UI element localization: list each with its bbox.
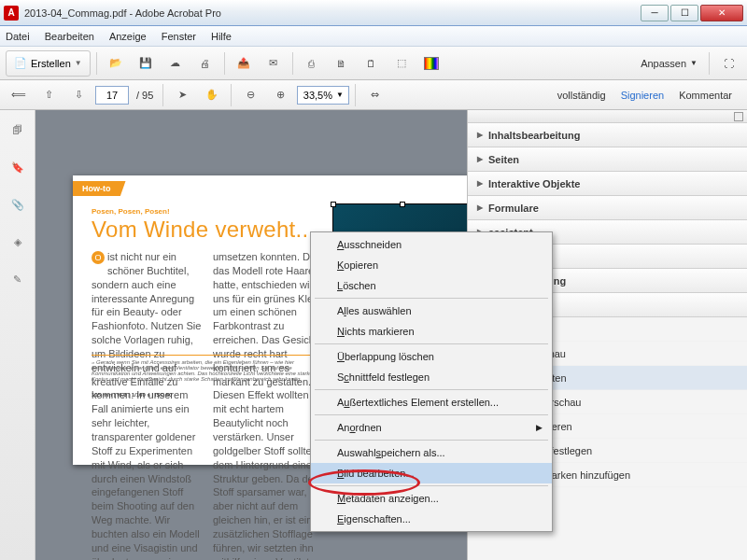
signatures-tab[interactable]: ✎ <box>7 269 28 289</box>
menu-window[interactable]: Fenster <box>162 31 196 42</box>
page-total-label: / 95 <box>133 90 157 101</box>
resize-handle[interactable] <box>331 202 336 207</box>
context-menu-item[interactable]: Auswahl speichern als... <box>311 442 552 463</box>
page-headline: Vom Winde verweht... <box>92 217 315 243</box>
menu-file[interactable]: Datei <box>6 31 30 42</box>
minimize-button[interactable]: ─ <box>641 5 669 21</box>
triangle-right-icon: ▶ <box>477 179 483 188</box>
accordion-interaktive-objekte[interactable]: ▶Interaktive Objekte <box>468 172 747 196</box>
color-button[interactable] <box>418 50 444 77</box>
rainbow-icon <box>424 57 439 70</box>
page-number-input[interactable] <box>95 86 129 105</box>
arrow-down-icon: ⇩ <box>75 89 83 101</box>
page-quote: » Gerade wenn Sie mit Accessoires arbeit… <box>92 355 325 382</box>
window-titlebar: A 2013-04_Commag.pdf - Adobe Acrobat Pro… <box>0 0 747 26</box>
menu-help[interactable]: Hilfe <box>211 31 232 42</box>
context-menu-item[interactable]: Bild bearbeiten... <box>311 463 552 483</box>
page-meta: 105 mm | f6,3 | 1/160 s | ISO 50 <box>92 392 172 398</box>
email-button[interactable]: ✉ <box>261 50 287 77</box>
panel-menu-button[interactable] <box>734 112 743 121</box>
nav-toolbar: ⟸ ⇧ ⇩ / 95 ➤ ✋ ⊖ ⊕ 33,5%▼ ⇔ vollständig … <box>0 80 747 110</box>
customize-button[interactable]: Anpassen ▼ <box>635 58 703 69</box>
thumbnails-tab[interactable]: 🗐 <box>7 119 28 140</box>
close-button[interactable]: ✕ <box>700 5 743 21</box>
page-icon: 🗐 <box>12 124 22 135</box>
menu-bar: Datei Bearbeiten Anzeige Fenster Hilfe <box>0 26 747 47</box>
context-menu: AusschneidenKopierenLöschenAlles auswähl… <box>310 231 553 532</box>
pointer-icon: ➤ <box>178 89 187 101</box>
accordion-seiten[interactable]: ▶Seiten <box>468 147 747 172</box>
hand-tool-button[interactable]: ✋ <box>199 82 225 108</box>
bookmarks-tab[interactable]: 🔖 <box>7 157 28 177</box>
prev-page-button[interactable]: ⇧ <box>35 82 62 108</box>
link-vollstaendig[interactable]: vollständig <box>557 90 606 101</box>
main-toolbar: 📄 Erstellen ▼ 📂 💾 ☁ 🖨 📤 ✉ ⎙ 🗎 🗒 ⬚ Anpass… <box>0 47 747 80</box>
link-kommentar[interactable]: Kommentar <box>679 90 732 101</box>
mail-icon: ✉ <box>269 57 277 69</box>
pdf-button[interactable]: 🗎 <box>329 50 355 77</box>
accordion-formulare[interactable]: ▶Formulare <box>468 196 747 220</box>
context-menu-item[interactable]: Überlappung löschen <box>311 346 552 367</box>
share-icon: 📤 <box>237 57 250 69</box>
bookmark-icon: 🔖 <box>11 161 24 174</box>
pdf-icon: 🗎 <box>336 58 346 69</box>
select-tool-button[interactable]: ➤ <box>169 82 195 108</box>
edit-object-button[interactable]: ⬚ <box>388 50 415 77</box>
context-menu-item[interactable]: Anordnen▶ <box>311 417 552 438</box>
save-button[interactable]: 💾 <box>133 50 159 77</box>
paperclip-icon: 📎 <box>11 199 24 211</box>
zoom-in-button[interactable]: ⊕ <box>267 82 293 108</box>
context-menu-item[interactable]: Alles auswählen <box>311 301 552 321</box>
first-page-button[interactable]: ⟸ <box>6 82 32 108</box>
save-icon: 💾 <box>139 57 152 69</box>
context-menu-item[interactable]: Kopieren <box>311 255 552 275</box>
layers-tab[interactable]: ◈ <box>7 231 28 252</box>
customize-label: Anpassen <box>641 58 686 69</box>
page-badge: How-to <box>73 181 126 196</box>
accordion-inhaltsbearbeitung[interactable]: ▶Inhaltsbearbeitung <box>468 123 747 147</box>
zoom-in-icon: ⊕ <box>276 89 285 101</box>
create-button[interactable]: 📄 Erstellen ▼ <box>6 50 91 77</box>
context-menu-item[interactable]: Ausschneiden <box>311 234 552 255</box>
print-button[interactable]: 🖨 <box>192 50 218 77</box>
context-menu-item[interactable]: Eigenschaften... <box>311 509 552 529</box>
hand-icon: ✋ <box>205 89 218 101</box>
cursor-icon: ⬚ <box>397 57 406 69</box>
submenu-arrow-icon: ▶ <box>536 423 543 432</box>
page-body-text: Oist nicht nur ein schöner Buchtitel, so… <box>92 250 325 560</box>
chevron-down-icon: ▼ <box>690 59 698 67</box>
create-label: Erstellen <box>31 58 71 69</box>
maximize-button[interactable]: ☐ <box>670 5 698 21</box>
context-menu-item[interactable]: Außertextliches Element erstellen... <box>311 392 552 413</box>
context-menu-item[interactable]: Nichts markieren <box>311 321 552 342</box>
fit-width-button[interactable]: ⇔ <box>361 82 388 108</box>
context-menu-item[interactable]: Löschen <box>311 275 552 296</box>
cloud-button[interactable]: ☁ <box>162 50 189 77</box>
scan-icon: ⎙ <box>308 58 315 69</box>
fullscreen-button[interactable]: ⛶ <box>715 50 741 77</box>
layers-icon: ◈ <box>14 236 21 248</box>
zoom-out-icon: ⊖ <box>247 89 255 101</box>
open-button[interactable]: 📂 <box>103 50 129 77</box>
menu-edit[interactable]: Bearbeiten <box>45 31 94 42</box>
form-button[interactable]: 🗒 <box>359 50 385 77</box>
triangle-right-icon: ▶ <box>477 131 483 139</box>
context-menu-item[interactable]: Metadaten anzeigen... <box>311 488 552 509</box>
share-button[interactable]: 📤 <box>231 50 257 77</box>
zoom-level-input[interactable]: 33,5%▼ <box>297 86 349 105</box>
app-icon: A <box>4 6 19 21</box>
chevron-down-icon: ▼ <box>75 59 82 67</box>
context-menu-item[interactable]: Schnittfeld festlegen <box>311 367 552 387</box>
zoom-out-button[interactable]: ⊖ <box>237 82 263 108</box>
fit-icon: ⇔ <box>371 89 379 101</box>
page-subtitle: Posen, Posen, Posen! <box>92 207 170 216</box>
scan-button[interactable]: ⎙ <box>299 50 325 77</box>
resize-handle[interactable] <box>400 202 405 207</box>
next-page-button[interactable]: ⇩ <box>65 82 92 108</box>
menu-view[interactable]: Anzeige <box>109 31 147 42</box>
cloud-icon: ☁ <box>170 57 180 69</box>
arrow-up-icon: ⇧ <box>45 89 53 101</box>
attachments-tab[interactable]: 📎 <box>7 194 28 215</box>
link-signieren[interactable]: Signieren <box>621 90 664 101</box>
create-icon: 📄 <box>14 57 27 69</box>
